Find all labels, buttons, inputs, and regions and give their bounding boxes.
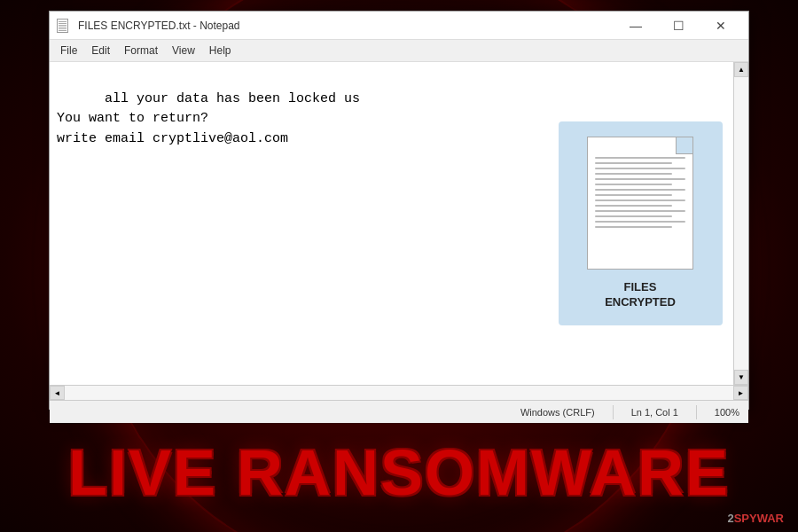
- watermark: 2SPYWAR: [727, 512, 784, 525]
- live-ransomware-title: LIVE RANSOMWARE: [68, 436, 730, 509]
- file-line-6: [595, 184, 672, 185]
- close-button[interactable]: ✕: [700, 12, 741, 39]
- menu-help[interactable]: Help: [202, 42, 239, 59]
- scroll-track[interactable]: [734, 77, 748, 370]
- file-line-13: [595, 221, 685, 223]
- bottom-banner: LIVE RANSOMWARE: [0, 412, 798, 532]
- maximize-button[interactable]: ☐: [658, 12, 699, 39]
- title-bar: FILES ENCRYPTED.txt - Notepad — ☐ ✕: [50, 12, 748, 40]
- scroll-right-button[interactable]: ►: [733, 386, 748, 400]
- window-controls: — ☐ ✕: [615, 12, 741, 39]
- file-line-1: [595, 157, 685, 159]
- file-line-5: [595, 178, 685, 180]
- scroll-left-button[interactable]: ◄: [50, 386, 65, 400]
- file-line-2: [595, 162, 672, 164]
- watermark-suffix: SPYWAR: [734, 512, 784, 525]
- window-title: FILES ENCRYPTED.txt - Notepad: [78, 20, 240, 32]
- text-line3: write email cryptlive@aol.com: [57, 131, 288, 146]
- minimize-button[interactable]: —: [615, 12, 656, 39]
- file-line-8: [595, 194, 672, 196]
- file-line-10: [595, 205, 672, 207]
- file-line-9: [595, 200, 685, 201]
- menu-view[interactable]: View: [165, 42, 202, 59]
- text-area-container: all your data has been locked us You wan…: [50, 62, 748, 385]
- text-editor[interactable]: all your data has been locked us You wan…: [50, 62, 547, 385]
- menu-file[interactable]: File: [53, 42, 84, 59]
- text-line1: all your data has been locked us: [105, 91, 360, 106]
- file-line-3: [595, 168, 685, 169]
- vertical-scrollbar[interactable]: ▲ ▼: [733, 62, 748, 385]
- menu-edit[interactable]: Edit: [84, 42, 117, 59]
- scroll-down-button[interactable]: ▼: [734, 370, 748, 385]
- file-line-12: [595, 215, 672, 217]
- scroll-h-track[interactable]: [65, 386, 733, 400]
- file-label: FILES ENCRYPTED: [605, 280, 676, 310]
- file-line-7: [595, 189, 685, 191]
- file-label-line2: ENCRYPTED: [605, 295, 676, 309]
- file-icon-paper: [587, 137, 693, 270]
- file-line-4: [595, 173, 672, 175]
- file-line-14: [595, 226, 672, 228]
- file-label-line1: FILES: [624, 280, 657, 293]
- file-line-11: [595, 210, 685, 212]
- file-icon-area: FILES ENCRYPTED: [547, 62, 733, 385]
- notepad-window: FILES ENCRYPTED.txt - Notepad — ☐ ✕ File…: [49, 11, 749, 410]
- watermark-prefix: 2: [727, 512, 733, 525]
- scroll-up-button[interactable]: ▲: [734, 62, 748, 77]
- notepad-app-icon: [57, 19, 71, 33]
- menu-format[interactable]: Format: [117, 42, 165, 59]
- text-line2: You want to return?: [57, 111, 208, 126]
- menu-bar: File Edit Format View Help: [50, 40, 748, 62]
- file-icon-container: FILES ENCRYPTED: [559, 121, 723, 325]
- title-bar-left: FILES ENCRYPTED.txt - Notepad: [57, 19, 240, 33]
- horizontal-scrollbar[interactable]: ◄ ►: [50, 385, 748, 400]
- file-icon-lines: [595, 157, 685, 231]
